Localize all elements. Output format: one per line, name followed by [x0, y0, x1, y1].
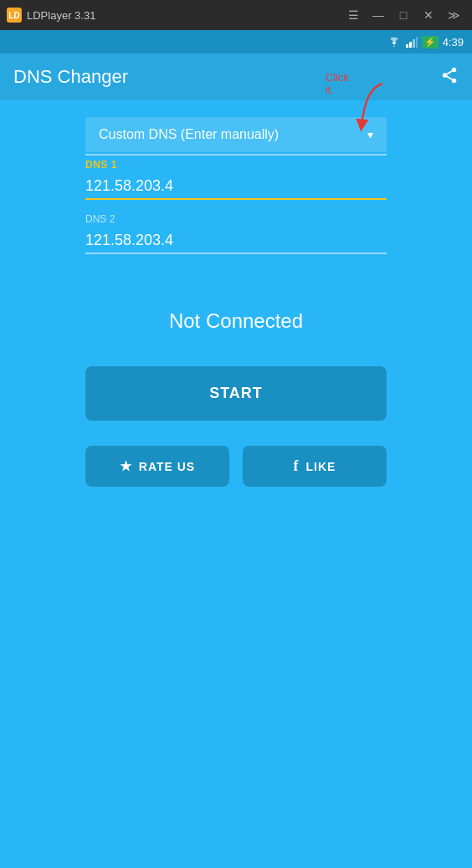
start-button[interactable]: START [85, 366, 387, 421]
connection-status: Not Connected [169, 309, 303, 333]
svg-rect-0 [406, 44, 408, 48]
dns-dropdown[interactable]: Custom DNS (Enter manually) ▾ [85, 117, 387, 152]
app-title: DNS Changer [13, 66, 128, 88]
facebook-icon: f [294, 457, 300, 475]
svg-line-8 [447, 70, 452, 74]
dns-inputs: DNS 1 DNS 2 [85, 159, 387, 268]
dns2-field: DNS 2 [85, 213, 387, 254]
bottom-buttons: ★ RATE US f LIKE [85, 446, 387, 487]
svg-rect-2 [413, 39, 415, 48]
status-icons: ⚡ 4:39 [387, 36, 464, 49]
dns1-field: DNS 1 [85, 159, 387, 200]
more-btn[interactable]: ≫ [442, 3, 465, 27]
title-bar: LD LDPlayer 3.31 ☰ — □ ✕ ≫ [0, 0, 472, 30]
svg-rect-3 [416, 37, 418, 48]
menu-btn[interactable]: ☰ [341, 3, 365, 27]
wifi-icon [387, 36, 402, 48]
maximize-btn[interactable]: □ [392, 3, 415, 27]
app-content: Click it. Custom DNS (Enter manually) ▾ … [0, 100, 472, 868]
dns1-label: DNS 1 [85, 159, 387, 171]
svg-line-7 [447, 76, 452, 79]
status-time: 4:39 [443, 36, 464, 49]
minimize-btn[interactable]: — [367, 3, 390, 27]
app-header: DNS Changer [0, 54, 472, 100]
rate-us-label: RATE US [139, 460, 195, 473]
app-name: LDPlayer 3.31 [27, 9, 336, 22]
share-button[interactable] [440, 66, 459, 89]
svg-rect-1 [409, 42, 412, 48]
like-button[interactable]: f LIKE [243, 446, 387, 487]
like-label: LIKE [306, 460, 336, 473]
app-logo: LD [7, 8, 22, 23]
window-controls: ☰ — □ ✕ ≫ [341, 3, 465, 27]
battery-icon: ⚡ [422, 36, 439, 49]
dropdown-underline [85, 154, 387, 156]
svg-point-4 [452, 67, 457, 72]
dns-dropdown-text: Custom DNS (Enter manually) [99, 127, 279, 142]
dns2-input[interactable] [85, 228, 387, 254]
signal-icon [406, 36, 418, 48]
close-btn[interactable]: ✕ [417, 3, 440, 27]
chevron-down-icon: ▾ [367, 128, 373, 141]
svg-point-5 [443, 73, 448, 78]
star-icon: ★ [120, 458, 132, 474]
svg-point-6 [452, 78, 457, 83]
rate-us-button[interactable]: ★ RATE US [85, 446, 229, 487]
dns1-input[interactable] [85, 174, 387, 200]
status-bar: ⚡ 4:39 [0, 30, 472, 54]
dns2-label: DNS 2 [85, 213, 387, 225]
